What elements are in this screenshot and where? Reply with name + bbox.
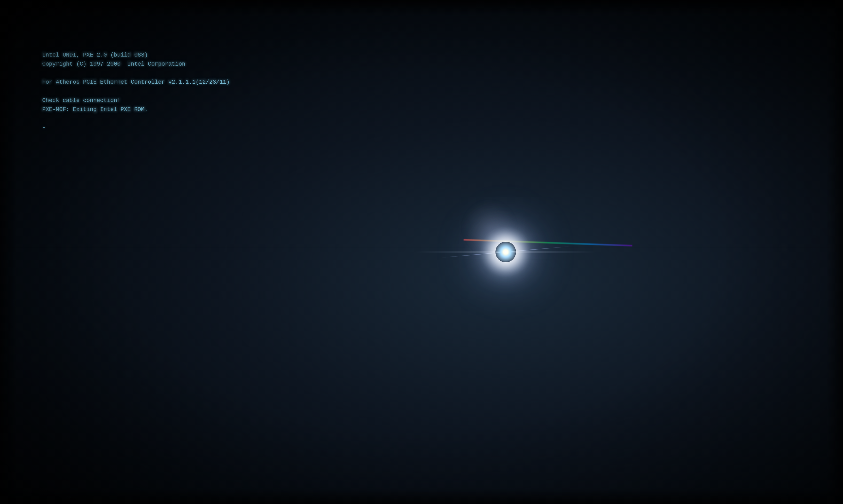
bezel-right xyxy=(826,0,843,504)
terminal-cursor-line: - xyxy=(42,123,801,132)
cursor-dash: - xyxy=(42,124,46,131)
terminal-blank-1 xyxy=(42,69,801,78)
hand-silhouette xyxy=(464,202,515,253)
bios-screen: Intel UNDI, PXE-2.0 (build 083) Copyrigh… xyxy=(0,0,843,504)
bezel-bottom xyxy=(0,489,843,504)
terminal-line-6: Check cable connection! xyxy=(42,96,801,105)
bezel-top xyxy=(0,0,843,15)
scan-artifact xyxy=(0,247,843,247)
terminal-line-1: Intel UNDI, PXE-2.0 (build 083) xyxy=(42,51,801,60)
terminal-line-7: PXE-M0F: Exiting Intel PXE ROM. xyxy=(42,105,801,114)
terminal-line-2: Copyright (C) 1997-2000 Intel Corporatio… xyxy=(42,60,801,69)
bezel-left xyxy=(0,0,17,504)
terminal-line-4: For Atheros PCIE Ethernet Controller v2.… xyxy=(42,78,801,87)
terminal-blank-3 xyxy=(42,114,801,123)
terminal-blank-2 xyxy=(42,87,801,96)
terminal-output: Intel UNDI, PXE-2.0 (build 083) Copyrigh… xyxy=(42,51,801,132)
